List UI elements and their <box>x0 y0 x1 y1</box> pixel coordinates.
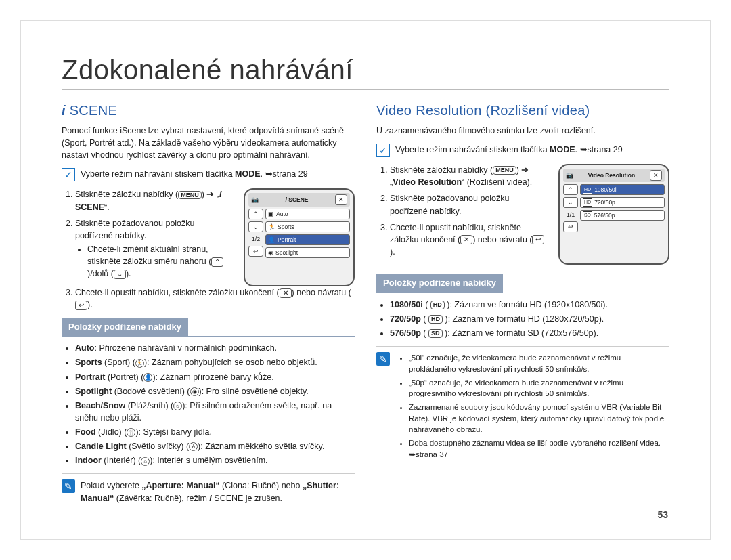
videores-heading: Video Resolution (Rozlišení videa) <box>376 101 669 121</box>
hd-full-icon: HD <box>430 301 445 309</box>
item-576: 576/50p ( SD ): Záznam ve formátu SD (72… <box>390 327 669 339</box>
left-column: i SCENE Pomocí funkce iScene lze vybrat … <box>62 101 355 504</box>
page-title: Zdokonalené nahrávání <box>62 55 669 90</box>
step-2: Stiskněte požadovanou položku podřízené … <box>390 192 549 217</box>
down-icon: ⌄ <box>114 270 126 279</box>
up-icon: ⌃ <box>211 257 223 267</box>
mini-down-icon[interactable]: ⌄ <box>248 221 263 232</box>
iscene-steps: Stiskněte záložku nabídky (MENU) ➔ „i SC… <box>62 188 234 280</box>
step-1: Stiskněte záložku nabídky (MENU) ➔ „i SC… <box>75 188 234 213</box>
step-3: Chcete-li opustit nabídku, stiskněte zál… <box>390 221 549 258</box>
mini-opt-720[interactable]: HD720/50p <box>580 197 665 208</box>
item-portrait: Portrait (Portrét) (👤): Záznam přirozené… <box>75 371 355 383</box>
mini-page: 1/1 <box>563 210 578 219</box>
item-auto: Auto: Přirozené nahrávání v normálních p… <box>75 342 355 354</box>
precheck-row: ✓ Vyberte režim nahrávání stiskem tlačít… <box>376 144 669 157</box>
videores-mini-screen: 📷 Video Resolution ✕ ⌃ ⌄ 1/1 ↩ HD1080/50… <box>558 164 669 265</box>
mini-page: 1/2 <box>248 234 263 244</box>
iscene-intro: Pomocí funkce iScene lze vybrat nastaven… <box>62 125 355 161</box>
spotlight-icon: ◉ <box>190 387 199 396</box>
note-icon: ✎ <box>376 352 390 366</box>
submenu-items: Auto: Přirozené nahrávání v normálních p… <box>62 342 355 467</box>
check-icon: ✓ <box>62 168 75 181</box>
note-text: Pokud vyberete „Aperture: Manual“ (Clona… <box>81 479 355 504</box>
return-icon: ↩ <box>532 235 544 244</box>
videores-steps: Stiskněte záložku nabídky (MENU) ➔ „Vide… <box>376 164 549 258</box>
hd-icon: HD <box>428 315 443 324</box>
return-icon: ↩ <box>75 301 87 310</box>
precheck-text: Vyberte režim nahrávání stiskem tlačítka… <box>81 168 308 180</box>
item-indoor: Indoor (Interiér) (⌂): Interiér s umělým… <box>75 454 355 467</box>
mini-up-icon[interactable]: ⌃ <box>563 184 578 195</box>
manual-page: Zdokonalené nahrávání i SCENE Pomocí fun… <box>20 20 711 540</box>
item-1080: 1080/50i ( HD ): Záznam ve formátu HD (1… <box>390 299 669 311</box>
beach-icon: ☼ <box>173 402 182 410</box>
menu-icon: MENU <box>493 166 516 175</box>
videores-intro: U zaznamenávaného filmového snímku lze z… <box>376 125 669 137</box>
iscene-mini-screen: 📷 i SCENE ✕ ⌃ ⌄ 1/2 ↩ ▣Auto 🏃 <box>244 188 355 286</box>
submenu-header: Položky podřízené nabídky <box>62 318 188 337</box>
mini-up-icon[interactable]: ⌃ <box>248 209 263 219</box>
iscene-heading: i SCENE <box>62 101 355 121</box>
step-2: Stiskněte požadovanou položku podřízené … <box>75 217 234 280</box>
item-beachsnow: Beach/Snow (Pláž/sníh) (☼): Při silném o… <box>75 400 355 424</box>
precheck-row: ✓ Vyberte režim nahrávání stiskem tlačít… <box>62 168 355 181</box>
mini-return-icon[interactable]: ↩ <box>563 221 578 232</box>
mini-opt-1080[interactable]: HD1080/50i <box>580 184 665 195</box>
note-3: Zaznamenané soubory jsou kódovány pomocí… <box>409 402 669 435</box>
right-column: Video Resolution (Rozlišení videa) U zaz… <box>376 101 669 504</box>
mini-down-icon[interactable]: ⌄ <box>563 197 578 208</box>
food-icon: 🍴 <box>127 428 135 437</box>
mini-opt-portrait[interactable]: 👤Portrait <box>265 234 350 245</box>
sd-icon: SD <box>428 329 443 338</box>
mini-opt-576[interactable]: SD576/50p <box>580 210 665 221</box>
item-food: Food (Jídlo) (🍴): Sytější barvy jídla. <box>75 426 355 438</box>
camera-icon: 📷 <box>566 171 573 180</box>
note-4: Doba dostupného záznamu videa se liší po… <box>409 437 669 460</box>
notes-row: ✎ „50i“ označuje, že videokamera bude za… <box>376 346 669 462</box>
submenu-header: Položky podřízené nabídky <box>376 274 503 293</box>
mini-opt-auto[interactable]: ▣Auto <box>265 209 350 219</box>
mini-close-icon[interactable]: ✕ <box>335 194 347 205</box>
indoor-icon: ⌂ <box>141 457 150 466</box>
item-sports: Sports (Sport) (🏃): Záznam pohybujících … <box>75 356 355 368</box>
mini-opt-spotlight[interactable]: ◉Spotlight <box>265 247 350 258</box>
iscene-steps-3: Chcete-li opustit nabídku, stiskněte zál… <box>62 286 355 311</box>
camera-icon: 📷 <box>251 196 259 204</box>
content-columns: i SCENE Pomocí funkce iScene lze vybrat … <box>62 101 669 504</box>
step-2-sub: Chcete-li změnit aktuální stranu, stiskn… <box>87 243 234 280</box>
note-1: „50i“ označuje, že videokamera bude zazn… <box>409 352 669 374</box>
check-icon: ✓ <box>376 144 390 157</box>
mini-opt-sports[interactable]: 🏃Sports <box>265 221 350 232</box>
note-2: „50p“ označuje, že videokamera bude zazn… <box>409 377 669 400</box>
note-icon: ✎ <box>62 479 75 493</box>
page-number: 53 <box>657 509 668 520</box>
mini-close-icon[interactable]: ✕ <box>650 170 662 181</box>
notes-list: „50i“ označuje, že videokamera bude zazn… <box>395 352 669 462</box>
close-icon: ✕ <box>280 288 292 298</box>
item-candle: Candle Light (Světlo svíčky) (🕯): Záznam… <box>75 440 355 452</box>
item-spotlight: Spotlight (Bodové osvětlení) (◉): Pro si… <box>75 385 355 397</box>
submenu-items: 1080/50i ( HD ): Záznam ve formátu HD (1… <box>376 299 669 339</box>
step-3: Chcete-li opustit nabídku, stiskněte zál… <box>75 286 355 311</box>
item-720: 720/50p ( HD ): Záznam ve formátu HD (12… <box>390 313 669 325</box>
step-1: Stiskněte záložku nabídky (MENU) ➔ „Vide… <box>390 164 549 188</box>
portrait-icon: 👤 <box>143 373 152 382</box>
menu-icon: MENU <box>178 191 202 200</box>
note-row: ✎ Pokud vyberete „Aperture: Manual“ (Clo… <box>62 473 355 504</box>
close-icon: ✕ <box>460 235 472 244</box>
mini-return-icon[interactable]: ↩ <box>248 246 263 257</box>
candle-icon: 🕯 <box>189 442 198 451</box>
precheck-text: Vyberte režim nahrávání stiskem tlačítka… <box>395 144 623 156</box>
sports-icon: 🏃 <box>135 359 144 368</box>
